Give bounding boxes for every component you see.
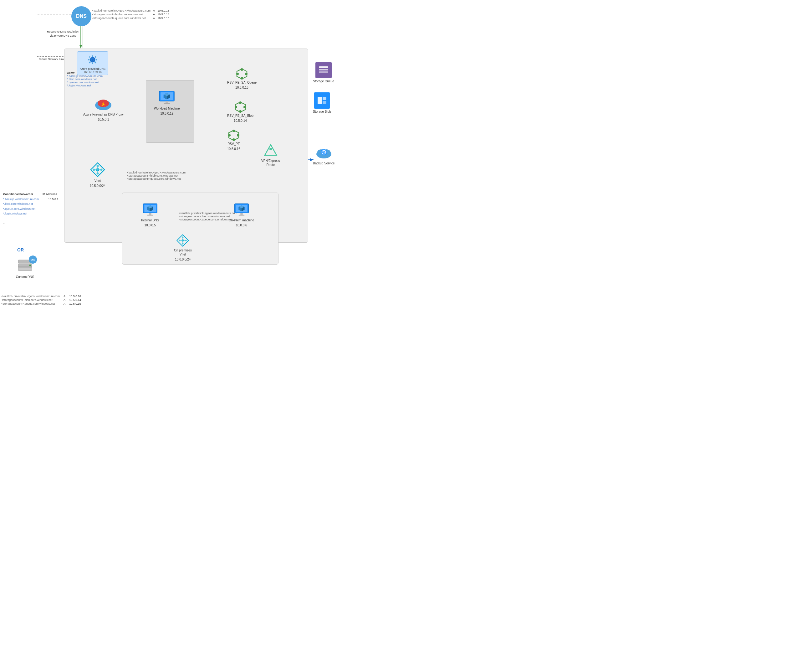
allow-item-2: *.blob.core.windows.net	[67, 78, 103, 81]
cf-item-5: ...	[3, 216, 39, 221]
storage-blob-icon	[314, 92, 330, 109]
firewall-icon	[94, 95, 112, 111]
svg-rect-52	[323, 101, 326, 104]
svg-point-31	[239, 110, 241, 113]
rsv-pe-queue-label: RSV_PE_SA_Queue	[227, 80, 257, 85]
svg-rect-47	[319, 66, 328, 68]
cf-item-1: *.backup.windowsazure.com	[3, 197, 39, 202]
on-prem-vnet-label: On premises Vnet	[174, 248, 192, 256]
dns-bot-2-name: <storageaccount>.blob.core.windows.net	[0, 298, 61, 302]
allow-item-3: *.queue.core.windows.net	[67, 81, 103, 84]
vnet-cidr: 10.5.0.0/24	[90, 184, 105, 188]
privatelink-info-mid: <vaultId>.privatelink.<geo>.windowsazure…	[127, 171, 185, 181]
svg-rect-89	[18, 267, 32, 271]
vpn-express-route-node: VPN/Express Route	[261, 143, 280, 167]
svg-rect-51	[323, 97, 326, 100]
internal-dns-ip: 10.0.0.5	[144, 223, 156, 227]
workload-label: Workload Machine	[154, 106, 180, 111]
pl-line2: <storageaccount>.blob.core.windows.net	[127, 174, 185, 177]
dns-bot-3-type: A	[61, 302, 68, 306]
firewall-ip: 10.5.0.1	[98, 118, 109, 121]
svg-point-3	[92, 59, 93, 61]
custom-dns-box: DNS Custom DNS	[16, 257, 34, 279]
custom-dns-label: Custom DNS	[16, 275, 34, 279]
svg-rect-23	[164, 103, 170, 104]
pe-queue-icon	[236, 68, 248, 80]
rsv-pe-icon	[228, 129, 240, 141]
backup-service-node: Backup Service	[313, 144, 335, 165]
svg-rect-48	[319, 69, 328, 70]
cf-ip-1: 10.5.0.1	[48, 197, 58, 202]
svg-rect-10	[89, 62, 91, 63]
workload-box: Workload Machine 10.5.0.12	[146, 80, 194, 143]
svg-rect-69	[149, 213, 151, 215]
workload-machine-node: Workload Machine 10.5.0.12	[154, 90, 180, 116]
on-prem-vnet-icon	[176, 233, 190, 247]
rsv-pe-sa-queue-node: RSV_PE_SA_Queue 10.5.0.15	[227, 68, 257, 90]
on-prem-vnet-cidr: 10.0.0.0/24	[175, 257, 190, 261]
custom-dns-badge: DNS	[29, 255, 37, 264]
allow-item-4: *.login.windows.net	[67, 84, 103, 87]
on-prem-vnet-label-node: On premises Vnet 10.0.0.0/24	[174, 233, 192, 261]
vnet-azure-node: Vnet 10.5.0.0/24	[90, 162, 106, 188]
backup-service-icon	[315, 144, 333, 160]
firewall-node: Azure Firewall as DNS Proxy 10.5.0.1	[83, 95, 124, 121]
pl-line1: <vaultId>.privatelink.<geo>.windowsazure…	[127, 171, 185, 174]
allow-title: Allow	[67, 72, 103, 75]
svg-point-25	[241, 68, 243, 71]
vpn-label: VPN/Express Route	[261, 159, 280, 167]
workload-computer-icon	[158, 90, 175, 106]
rsv-pe-blob-label: RSV_PE_SA_Blob	[227, 114, 253, 118]
svg-rect-6	[88, 59, 90, 60]
dns-record-1-type: A	[152, 9, 156, 12]
diagram-container: DNS <vaultId>.privatelink.<geo>.windowsa…	[0, 0, 375, 329]
rsv-pe-queue-ip: 10.5.0.15	[235, 85, 248, 90]
svg-point-28	[245, 73, 248, 75]
dns-bot-2-ip: 10.5.0.14	[68, 298, 82, 302]
svg-rect-4	[92, 55, 93, 57]
azure-provided-dns-label: Azure provided DNS	[80, 67, 105, 70]
svg-rect-78	[238, 215, 245, 216]
vnet-label: Vnet	[95, 179, 101, 183]
on-prem-vnet-container: Internal DNS 10.0.0.5 <vaultId>.privatel…	[122, 192, 279, 265]
storage-queue-icon	[315, 62, 332, 78]
custom-dns-icon-group: DNS	[16, 257, 34, 274]
storage-queue-label: Storage Queue	[313, 79, 334, 83]
svg-point-38	[237, 134, 240, 136]
or-label: OR	[17, 247, 24, 252]
rsv-pe-sa-blob-node: RSV_PE_SA_Blob 10.5.0.14	[227, 101, 253, 123]
recursive-dns-label: Recursive DNS resolutionvia private DNS …	[47, 30, 79, 37]
rsv-pe-node: RSV_PE 10.5.0.16	[227, 129, 240, 151]
svg-point-33	[243, 106, 246, 108]
rsv-pe-ip: 10.5.0.16	[227, 147, 240, 151]
storage-queue-node: Storage Queue	[313, 62, 334, 83]
dns-bot-2-type: A	[61, 298, 68, 302]
or-label-box: OR	[17, 247, 24, 252]
on-prem-machine-node: On-Prem machine 10.0.0.6	[229, 202, 254, 227]
virtual-network-link-label: Virtual Network Link	[37, 56, 66, 62]
svg-rect-22	[166, 101, 168, 103]
dns-record-2-type: A	[152, 12, 156, 16]
svg-point-26	[241, 77, 243, 80]
dns-record-3-name: <storageaccount>.queue.core.windows.net	[91, 16, 152, 20]
pe-blob-icon	[235, 101, 246, 113]
dns-record-3-ip: 10.5.0.15	[156, 16, 170, 20]
cf-item-4: *.login.windows.net	[3, 211, 39, 216]
cf-title: Conditional Forwarder	[3, 192, 33, 196]
vnet-azure-icon	[90, 162, 106, 178]
firewall-label: Azure Firewall as DNS Proxy	[83, 112, 124, 116]
svg-rect-7	[96, 59, 97, 60]
svg-rect-50	[318, 97, 322, 104]
dns-bot-3-name: <storageaccount>.queue.core.windows.net	[0, 302, 61, 306]
cf-item-2: *.blob.core.windows.net	[3, 202, 39, 206]
internal-dns-label: Internal DNS	[141, 218, 159, 222]
svg-point-37	[228, 134, 231, 136]
pl-line3: <storageaccount>.queue.core.windows.net	[127, 177, 185, 181]
internal-dns-node: Internal DNS 10.0.0.5	[141, 202, 159, 227]
svg-rect-49	[319, 72, 328, 73]
svg-rect-9	[95, 56, 96, 58]
storage-blob-label: Storage Blob	[313, 110, 331, 114]
svg-point-32	[235, 106, 237, 108]
dns-records-top: <vaultId>.privatelink.<geo>.windowsazure…	[91, 9, 170, 20]
svg-rect-8	[89, 56, 91, 58]
